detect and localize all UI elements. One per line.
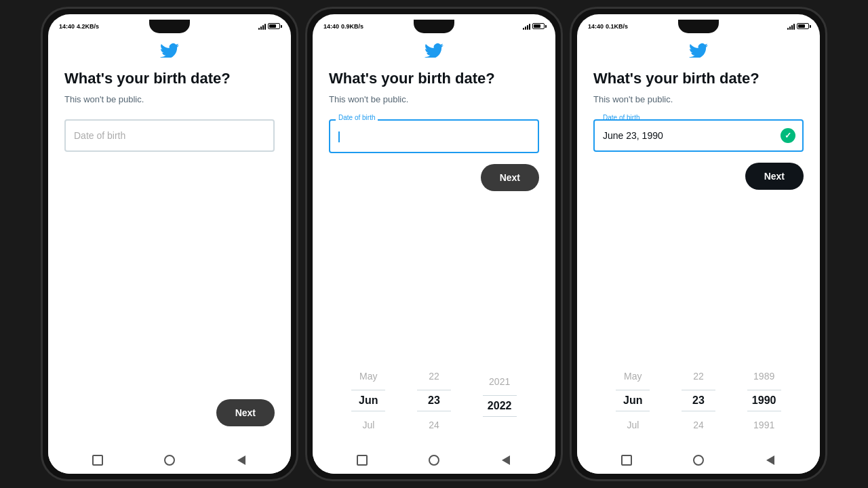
next-button-1[interactable]: Next bbox=[216, 399, 275, 426]
picker-day-above-2: 22 bbox=[417, 368, 451, 384]
picker-year-selected-2: 2022 bbox=[483, 395, 517, 417]
nav-home-3[interactable] bbox=[692, 453, 705, 467]
circle-icon-1 bbox=[164, 455, 175, 466]
picker-month-3[interactable]: May Jun Jul bbox=[616, 368, 650, 433]
notch-3 bbox=[678, 20, 719, 33]
date-input-3[interactable]: June 23, 1990 bbox=[593, 119, 804, 152]
speed-1: 4.2KB/s bbox=[77, 23, 99, 30]
status-left-3: 14:40 0.1KB/s bbox=[588, 23, 628, 30]
time-1: 14:40 bbox=[59, 23, 75, 30]
notch-2 bbox=[414, 20, 454, 33]
back-arrow-icon-2 bbox=[502, 455, 510, 465]
phone-2: 14:40 0.9KB/s Wh bbox=[305, 7, 563, 481]
signal-icon-3 bbox=[787, 23, 795, 30]
screen-content-1: What's your birth date? This won't be pu… bbox=[48, 35, 291, 447]
nav-bar-2 bbox=[313, 447, 555, 474]
battery-icon-1 bbox=[268, 23, 280, 29]
nav-square-1[interactable] bbox=[91, 453, 104, 467]
picker-wheels-3: May Jun Jul 22 23 24 1989 1990 1991 bbox=[593, 368, 804, 433]
circle-icon-2 bbox=[429, 455, 439, 466]
battery-fill-2 bbox=[534, 24, 540, 28]
picker-month-above-2: May bbox=[351, 368, 385, 384]
square-icon-3 bbox=[621, 455, 632, 466]
battery-fill-3 bbox=[798, 24, 805, 28]
picker-wheels-2: May Jun Jul 22 23 24 2021 2022 bbox=[329, 368, 539, 433]
input-label-2: Date of birth bbox=[336, 114, 378, 121]
btn-row-1: Next bbox=[64, 399, 275, 433]
circle-icon-3 bbox=[693, 455, 704, 466]
heading-1: What's your birth date? bbox=[64, 70, 275, 87]
picker-day-3[interactable]: 22 23 24 bbox=[682, 368, 715, 433]
picker-day-selected-3: 23 bbox=[682, 390, 715, 411]
battery-icon-3 bbox=[797, 23, 809, 29]
picker-month-above-3: May bbox=[616, 368, 650, 384]
nav-square-2[interactable] bbox=[355, 453, 369, 467]
screen-content-2: What's your birth date? This won't be pu… bbox=[313, 35, 555, 447]
phone-1: 14:40 4.2KB/s Wh bbox=[41, 7, 298, 481]
square-icon-1 bbox=[92, 455, 103, 466]
twitter-logo-3 bbox=[593, 41, 804, 58]
phone-1-screen: 14:40 4.2KB/s Wh bbox=[48, 14, 291, 474]
phone-3-screen: 14:40 0.1KB/s Wh bbox=[577, 14, 820, 474]
picker-month-below-2: Jul bbox=[351, 417, 385, 433]
subtext-2: This won't be public. bbox=[329, 94, 539, 104]
nav-square-3[interactable] bbox=[620, 453, 633, 467]
picker-year-below-3: 1991 bbox=[747, 417, 781, 433]
status-left-1: 14:40 4.2KB/s bbox=[59, 23, 99, 30]
signal-icon-1 bbox=[258, 23, 266, 30]
battery-icon-2 bbox=[532, 23, 545, 29]
picker-year-2[interactable]: 2021 2022 bbox=[483, 373, 517, 428]
picker-day-above-3: 22 bbox=[682, 368, 715, 384]
nav-home-2[interactable] bbox=[427, 453, 441, 467]
time-3: 14:40 bbox=[588, 23, 604, 30]
nav-bar-3 bbox=[577, 447, 820, 474]
phone-3: 14:40 0.1KB/s Wh bbox=[570, 7, 827, 481]
date-picker-3[interactable]: May Jun Jul 22 23 24 1989 1990 1991 bbox=[593, 361, 804, 433]
picker-day-below-3: 24 bbox=[682, 417, 715, 433]
twitter-bird-icon-2 bbox=[425, 41, 443, 58]
nav-bar-1 bbox=[48, 447, 291, 474]
nav-back-2[interactable] bbox=[499, 453, 513, 467]
time-2: 14:40 bbox=[323, 23, 339, 30]
status-right-3 bbox=[787, 23, 809, 30]
nav-back-1[interactable] bbox=[235, 453, 248, 467]
screen-content-3: What's your birth date? This won't be pu… bbox=[577, 35, 820, 447]
notch-1 bbox=[149, 20, 190, 33]
picker-year-below-2 bbox=[483, 422, 517, 428]
spacer-1 bbox=[64, 163, 275, 399]
battery-fill-1 bbox=[269, 24, 276, 28]
status-left-2: 14:40 0.9KB/s bbox=[323, 23, 363, 30]
btn-row-2: Next bbox=[329, 164, 539, 198]
subtext-3: This won't be public. bbox=[593, 94, 804, 104]
nav-home-1[interactable] bbox=[163, 453, 176, 467]
picker-year-above-3: 1989 bbox=[747, 368, 781, 384]
back-arrow-icon-3 bbox=[766, 455, 774, 465]
speed-2: 0.9KB/s bbox=[341, 23, 363, 30]
phones-container: 14:40 4.2KB/s Wh bbox=[41, 7, 827, 481]
date-picker-2[interactable]: May Jun Jul 22 23 24 2021 2022 bbox=[329, 361, 539, 433]
next-button-2[interactable]: Next bbox=[481, 164, 539, 191]
next-button-3[interactable]: Next bbox=[745, 163, 804, 190]
picker-day-below-2: 24 bbox=[417, 417, 451, 433]
picker-month-selected-2: Jun bbox=[351, 390, 385, 411]
picker-day-2[interactable]: 22 23 24 bbox=[417, 368, 451, 433]
date-input-1[interactable]: Date of birth bbox=[64, 119, 275, 152]
status-right-2 bbox=[523, 23, 545, 30]
picker-month-2[interactable]: May Jun Jul bbox=[351, 368, 385, 433]
heading-2: What's your birth date? bbox=[329, 70, 539, 87]
phone-2-screen: 14:40 0.9KB/s Wh bbox=[313, 14, 555, 474]
subtext-1: This won't be public. bbox=[64, 94, 275, 104]
twitter-bird-icon-3 bbox=[689, 41, 708, 58]
nav-back-3[interactable] bbox=[764, 453, 777, 467]
date-value-3: June 23, 1990 bbox=[603, 130, 663, 141]
check-icon-3 bbox=[781, 128, 795, 143]
twitter-logo-1 bbox=[64, 41, 275, 58]
picker-year-selected-3: 1990 bbox=[747, 390, 781, 411]
placeholder-1: Date of birth bbox=[74, 130, 125, 141]
back-arrow-icon-1 bbox=[237, 455, 245, 465]
picker-year-3[interactable]: 1989 1990 1991 bbox=[747, 368, 781, 433]
date-input-2[interactable] bbox=[329, 119, 539, 152]
square-icon-2 bbox=[357, 455, 368, 466]
input-wrapper-1: Date of birth bbox=[64, 119, 275, 152]
heading-3: What's your birth date? bbox=[593, 70, 804, 87]
